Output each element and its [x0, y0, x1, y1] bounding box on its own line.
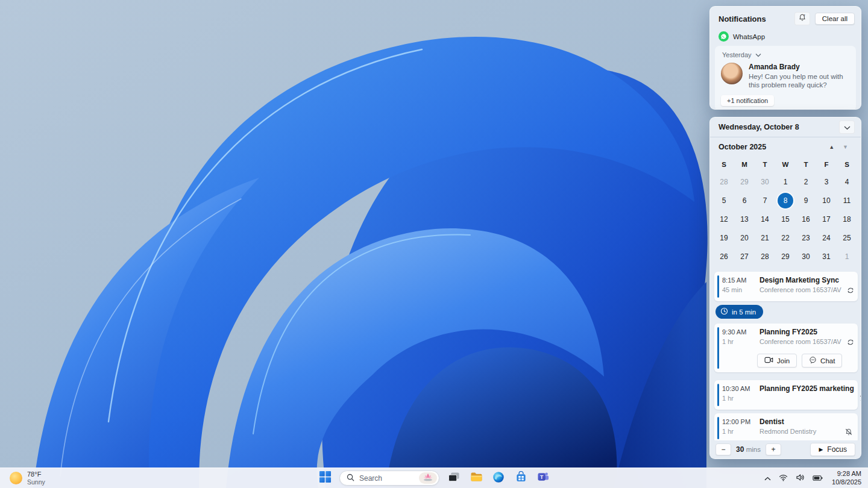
calendar-day[interactable]: 8	[778, 193, 793, 208]
wifi-icon	[779, 473, 788, 484]
next-month-button[interactable]: ▼	[838, 142, 852, 152]
calendar-day[interactable]: 1	[839, 249, 855, 264]
repeat-icon	[846, 338, 855, 349]
event-duration: 1 hr	[722, 428, 757, 435]
start-button[interactable]	[317, 471, 333, 486]
file-explorer-button[interactable]	[468, 471, 484, 486]
event-actions: JoinChat	[722, 349, 853, 368]
calendar-day[interactable]: 21	[757, 230, 773, 246]
event-accent-bar	[717, 417, 719, 439]
decrease-focus-button[interactable]: −	[715, 443, 731, 455]
prev-month-button[interactable]: ▲	[825, 142, 838, 152]
calendar-day[interactable]: 30	[798, 249, 814, 264]
calendar-grid: 2829301234567891011121314151617181920212…	[710, 172, 861, 266]
calendar-day[interactable]: 28	[757, 249, 773, 264]
notification-group-header[interactable]: WhatsApp	[710, 29, 861, 46]
start-focus-button[interactable]: ▶ Focus	[810, 443, 855, 456]
calendar-day[interactable]: 27	[737, 249, 752, 264]
calendar-day[interactable]: 6	[737, 193, 752, 208]
clear-all-button[interactable]: Clear all	[815, 13, 855, 25]
event-time: 9:30 AM	[722, 328, 757, 336]
calendar-day[interactable]: 14	[757, 211, 773, 227]
calendar-day[interactable]: 24	[819, 230, 834, 246]
calendar-day[interactable]: 23	[798, 230, 814, 246]
notification-card[interactable]: Yesterday Amanda Brady Hey! Can you help…	[715, 46, 856, 110]
collapse-calendar-button[interactable]	[839, 120, 855, 134]
calendar-day[interactable]: 1	[778, 174, 793, 190]
event-card[interactable]: 9:30 AMPlanning FY20251 hrConference roo…	[714, 324, 858, 372]
system-tray: 9:28 AM 10/8/2025	[763, 469, 864, 488]
calendar-day[interactable]: 7	[757, 193, 773, 208]
calendar-day[interactable]: 16	[798, 211, 814, 227]
more-notifications-chip[interactable]: +1 notification	[721, 95, 774, 106]
chevron-down-icon[interactable]	[755, 51, 761, 58]
event-card[interactable]: 10:30 AMPlanning FY2025 marketing1 hr	[714, 380, 858, 410]
calendar-day[interactable]: 11	[839, 193, 855, 208]
calendar-day[interactable]: 29	[737, 174, 752, 190]
calendar-day[interactable]: 25	[839, 230, 855, 246]
month-label[interactable]: October 2025	[719, 143, 825, 151]
calendar-day[interactable]: 29	[778, 249, 793, 264]
increase-focus-button[interactable]: +	[766, 443, 781, 455]
file-explorer-icon	[470, 472, 483, 484]
join-button[interactable]: Join	[757, 354, 797, 368]
calendar-day[interactable]: 26	[716, 249, 732, 264]
event-card[interactable]: 12:00 PMDentist1 hrRedmond Dentistry	[714, 413, 858, 440]
calendar-day[interactable]: 31	[819, 249, 834, 264]
focus-minutes-unit: mins	[746, 446, 761, 453]
avatar	[721, 63, 743, 84]
weather-widget-button[interactable]: 78°F Sunny	[6, 469, 49, 487]
calendar-day[interactable]: 22	[778, 230, 793, 246]
volume-button[interactable]	[794, 472, 806, 485]
clock-button[interactable]: 9:28 AM 10/8/2025	[829, 469, 864, 488]
whatsapp-icon	[719, 31, 729, 42]
task-view-button[interactable]	[446, 471, 462, 486]
calendar-day[interactable]: 4	[839, 174, 855, 190]
calendar-day[interactable]: 30	[757, 174, 773, 190]
chat-button[interactable]: Chat	[802, 354, 842, 368]
task-view-icon	[448, 472, 460, 485]
calendar-day[interactable]: 20	[737, 230, 752, 246]
event-accent-bar	[717, 384, 719, 406]
event-location: Conference room 16537/AV	[760, 338, 841, 345]
teams-button[interactable]: T	[535, 471, 551, 486]
calendar-day[interactable]: 10	[819, 193, 834, 208]
calendar-day[interactable]: 2	[798, 174, 814, 190]
calendar-day[interactable]: 3	[819, 174, 834, 190]
taskbar: 78°F Sunny Search T 9:28	[0, 468, 868, 488]
calendar-day[interactable]: 28	[716, 174, 732, 190]
event-time: 12:00 PM	[722, 418, 757, 425]
notification-center: Notifications z Clear all WhatsApp Yeste…	[709, 6, 861, 110]
weekday-label: S	[837, 161, 857, 168]
search-highlight-button[interactable]	[419, 472, 437, 484]
upcoming-badge-label: in 5 min	[732, 308, 756, 316]
search-icon	[347, 473, 354, 484]
search-placeholder: Search	[359, 474, 414, 483]
calendar-day[interactable]: 13	[737, 211, 752, 227]
weekday-label: F	[816, 161, 837, 168]
agenda-list: 8:15 AMDesign Marketing Sync45 minConfer…	[710, 266, 861, 440]
calendar-day[interactable]: 5	[716, 193, 732, 208]
event-accent-bar	[717, 275, 719, 298]
notification-app-name: WhatsApp	[733, 33, 765, 40]
wifi-button[interactable]	[778, 472, 789, 485]
battery-icon	[813, 473, 823, 484]
chevron-up-button[interactable]	[763, 472, 772, 485]
do-not-disturb-button[interactable]: z	[794, 12, 810, 25]
weekday-row: SMTWTFS	[710, 157, 861, 172]
store-button[interactable]	[513, 471, 529, 486]
calendar-day[interactable]: 19	[716, 230, 732, 246]
search-input[interactable]: Search	[339, 471, 439, 486]
chat-bubble-icon	[809, 356, 817, 365]
calendar-day[interactable]: 15	[778, 211, 793, 227]
edge-button[interactable]	[491, 471, 506, 486]
teams-icon: T	[537, 471, 549, 485]
calendar-day[interactable]: 9	[798, 193, 814, 208]
weekday-label: M	[734, 161, 755, 168]
calendar-day[interactable]: 17	[819, 211, 834, 227]
calendar-day[interactable]: 18	[839, 211, 855, 227]
calendar-day[interactable]: 12	[716, 211, 732, 227]
svg-text:z: z	[804, 14, 805, 17]
battery-button[interactable]	[811, 472, 824, 485]
event-card[interactable]: 8:15 AMDesign Marketing Sync45 minConfer…	[714, 272, 858, 301]
